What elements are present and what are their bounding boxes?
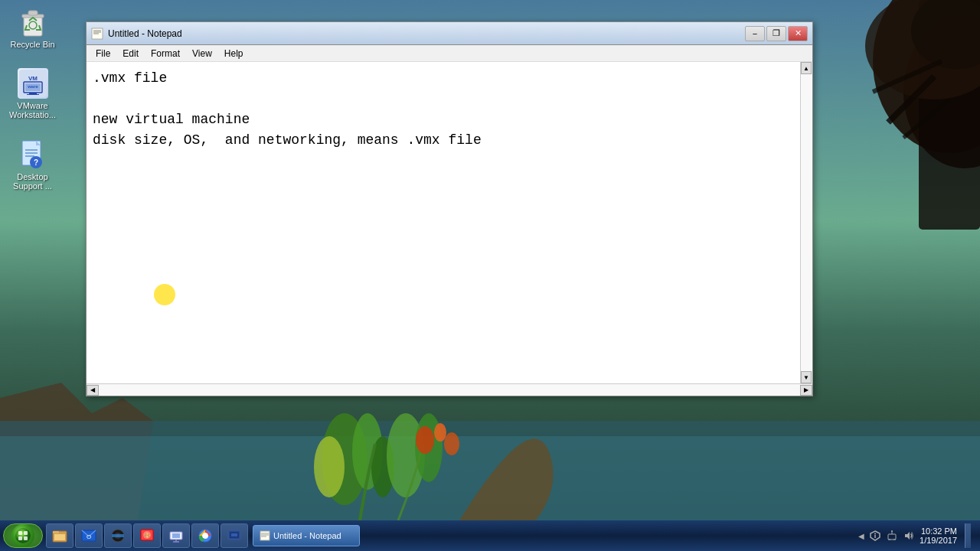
desktop: Recycle Bin VM ware VMware Workstatio... xyxy=(0,0,980,551)
menu-bar: File Edit Format View Help xyxy=(87,45,812,62)
menu-view[interactable]: View xyxy=(186,47,218,60)
taskbar-vm-btn[interactable] xyxy=(220,523,248,548)
recycle-bin-label: Recycle Bin xyxy=(7,40,58,49)
notepad-taskbar-btn[interactable]: Untitled - Notepad xyxy=(253,525,360,546)
taskbar-chrome-btn[interactable] xyxy=(191,523,219,548)
svg-marker-81 xyxy=(905,532,910,540)
tray-show-hidden[interactable]: ◀ xyxy=(858,532,864,540)
svg-rect-22 xyxy=(28,11,38,15)
desktop-support-label: Desktop Support ... xyxy=(7,172,58,191)
taskbar-windows: Untitled - Notepad xyxy=(253,525,360,546)
system-clock[interactable]: 10:32 PM 1/19/2017 xyxy=(920,527,957,545)
svg-point-75 xyxy=(874,533,876,535)
title-bar-text: Untitled - Notepad xyxy=(108,28,745,39)
svg-point-42 xyxy=(15,528,31,543)
scroll-track-v[interactable] xyxy=(801,74,812,371)
svg-rect-45 xyxy=(18,536,22,540)
svg-point-19 xyxy=(314,436,345,497)
taskbar-network-btn[interactable] xyxy=(162,523,190,548)
taskbar: O 🎨 xyxy=(0,520,980,551)
system-tray: ◀ xyxy=(852,520,977,551)
svg-point-78 xyxy=(891,530,893,532)
svg-rect-44 xyxy=(24,531,28,535)
tray-network-icon[interactable] xyxy=(886,530,898,542)
vertical-scrollbar[interactable]: ▲ ▼ xyxy=(800,62,812,383)
svg-text:🎨: 🎨 xyxy=(144,532,151,539)
clock-date: 1/19/2017 xyxy=(920,536,957,545)
vmware-label: VMware Workstatio... xyxy=(7,101,58,119)
notepad-textarea[interactable]: .vmx file new virtual machine disk size,… xyxy=(93,68,797,380)
taskbar-outlook-btn[interactable]: O xyxy=(75,523,103,548)
svg-point-65 xyxy=(203,533,207,538)
title-bar-buttons: − ❐ ✕ xyxy=(745,26,808,41)
taskbar-explorer-btn[interactable] xyxy=(46,523,74,548)
scroll-track-h[interactable] xyxy=(99,384,800,396)
menu-format[interactable]: Format xyxy=(145,47,186,60)
svg-rect-60 xyxy=(172,533,180,538)
svg-rect-29 xyxy=(29,93,37,94)
svg-rect-43 xyxy=(18,531,22,535)
notepad-content-area: .vmx file new virtual machine disk size,… xyxy=(87,62,800,383)
notepad-title-icon xyxy=(91,28,103,40)
minimize-button[interactable]: − xyxy=(745,26,765,41)
svg-rect-48 xyxy=(53,531,59,533)
tray-security-icon[interactable] xyxy=(869,530,881,542)
clock-time: 10:32 PM xyxy=(920,527,957,536)
menu-help[interactable]: Help xyxy=(218,47,250,60)
close-button[interactable]: ✕ xyxy=(788,26,808,41)
vmware-icon-img: VM ware xyxy=(18,68,48,99)
svg-rect-49 xyxy=(54,534,65,540)
svg-text:?: ? xyxy=(33,158,38,167)
svg-rect-30 xyxy=(27,94,39,95)
pinned-items: O 🎨 xyxy=(46,523,248,548)
svg-rect-76 xyxy=(888,534,896,540)
vmware-icon[interactable]: VM ware VMware Workstatio... xyxy=(4,65,61,122)
scroll-up-arrow[interactable]: ▲ xyxy=(801,62,812,74)
svg-rect-28 xyxy=(25,83,41,91)
svg-text:VM: VM xyxy=(28,75,38,82)
notepad-taskbar-label: Untitled - Notepad xyxy=(273,531,341,540)
svg-point-17 xyxy=(444,432,459,455)
restore-button[interactable]: ❐ xyxy=(766,26,786,41)
title-bar[interactable]: Untitled - Notepad − ❐ ✕ xyxy=(87,22,812,45)
start-button[interactable] xyxy=(3,523,43,548)
svg-point-16 xyxy=(416,426,434,454)
taskbar-paint-btn[interactable]: 🎨 xyxy=(133,523,161,548)
scroll-right-arrow[interactable]: ▶ xyxy=(800,385,812,396)
desktop-support-icon[interactable]: ? Desktop Support ... xyxy=(4,136,61,194)
svg-rect-68 xyxy=(231,533,237,536)
tray-volume-icon[interactable] xyxy=(903,530,915,542)
taskbar-media-btn[interactable] xyxy=(104,523,132,548)
start-orb xyxy=(11,524,34,547)
recycle-bin-icon[interactable]: Recycle Bin xyxy=(4,4,61,52)
svg-rect-55 xyxy=(112,534,124,537)
notepad-window: Untitled - Notepad − ❐ ✕ File Edit Forma… xyxy=(86,21,813,396)
svg-rect-46 xyxy=(24,536,28,540)
menu-edit[interactable]: Edit xyxy=(116,47,145,60)
svg-point-18 xyxy=(434,423,446,442)
horizontal-scrollbar[interactable]: ◀ ▶ xyxy=(87,383,812,396)
show-desktop-button[interactable] xyxy=(965,523,971,548)
menu-file[interactable]: File xyxy=(90,47,116,60)
svg-text:O: O xyxy=(87,533,91,540)
scroll-down-arrow[interactable]: ▼ xyxy=(801,371,812,383)
svg-rect-69 xyxy=(260,531,270,540)
scroll-left-arrow[interactable]: ◀ xyxy=(87,385,99,396)
